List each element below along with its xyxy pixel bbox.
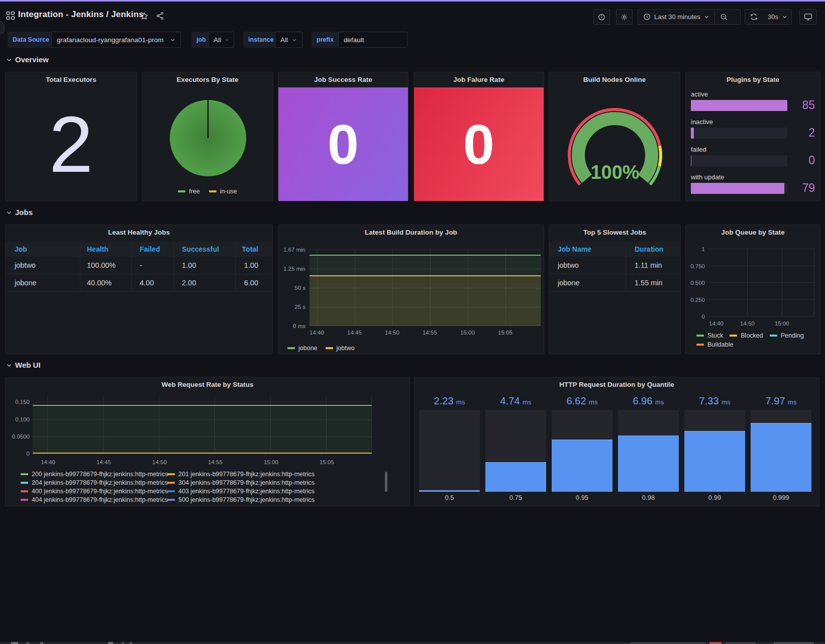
legend-item-in-use[interactable]: in-use bbox=[209, 188, 237, 195]
legend-item-201[interactable]: 201 jenkins-b99778679-fhjkz:jenkins:http… bbox=[167, 470, 314, 478]
legend-item-blocked[interactable]: Blocked bbox=[730, 332, 763, 339]
panel-http-duration-quantile[interactable]: HTTP Request Duration by Quantile 2.23 m… bbox=[414, 377, 819, 506]
panel-plugins-by-state[interactable]: Plugins by State active 85 inactive 2 fa… bbox=[685, 72, 820, 201]
panel-title[interactable]: HTTP Request Duration by Quantile bbox=[415, 377, 819, 392]
section-overview[interactable]: Overview bbox=[6, 55, 49, 64]
star-icon[interactable] bbox=[140, 12, 149, 21]
stuck-swatch bbox=[696, 335, 704, 337]
legend-item-jobone[interactable]: jobone bbox=[287, 345, 318, 352]
instance-filter-chip: instance bbox=[243, 32, 279, 48]
legend-item-500[interactable]: 500 jenkins-b99778679-fhjkz:jenkins:http… bbox=[167, 495, 314, 504]
build-duration-plot bbox=[310, 250, 541, 326]
table-row[interactable]: jobtwo 100.00% - 1.00 1.00 bbox=[6, 257, 272, 274]
panel-title[interactable]: Total Executors bbox=[6, 72, 137, 87]
dashboards-grid-icon[interactable] bbox=[6, 11, 15, 20]
legend-scrollbar[interactable] bbox=[385, 472, 387, 492]
share-icon[interactable] bbox=[156, 12, 164, 20]
col-job[interactable]: Job bbox=[15, 245, 27, 253]
legend-item-free[interactable]: free bbox=[178, 188, 200, 195]
prefix-input[interactable]: default bbox=[338, 32, 407, 48]
panel-title[interactable]: Job Success Rate bbox=[278, 72, 408, 87]
panel-title[interactable]: Web Request Rate by Status bbox=[6, 377, 409, 392]
panel-title[interactable]: Top 5 Slowest Jobs bbox=[549, 225, 680, 240]
col-health[interactable]: Health bbox=[87, 245, 109, 253]
plugin-with-update-value: 79 bbox=[789, 181, 815, 195]
legend-item-200[interactable]: 200 jenkins-b99778679-fhjkz:jenkins:http… bbox=[21, 470, 167, 478]
legend-item-pending[interactable]: Pending bbox=[770, 332, 804, 339]
col-failed[interactable]: Failed bbox=[140, 245, 160, 253]
legend-item-304[interactable]: 304 jenkins-b99778679-fhjkz:jenkins:http… bbox=[167, 478, 314, 487]
job-failure-rate-value: 0 bbox=[463, 112, 494, 177]
col-duration[interactable]: Duration bbox=[635, 245, 664, 253]
refresh-interval-picker[interactable]: 30s bbox=[763, 10, 792, 24]
legend-item-403[interactable]: 403 jenkins-b99778679-fhjkz:jenkins:http… bbox=[167, 487, 314, 495]
panel-total-executors[interactable]: Total Executors 2 bbox=[5, 72, 137, 201]
section-jobs[interactable]: Jobs bbox=[6, 208, 33, 217]
legend-item-400[interactable]: 400 jenkins-b99778679-fhjkz:jenkins:http… bbox=[21, 487, 167, 495]
status-500-swatch bbox=[167, 499, 175, 501]
prefix-filter-chip: prefix bbox=[312, 32, 339, 48]
panel-info-button[interactable] bbox=[593, 9, 610, 25]
dashboard-settings-button[interactable] bbox=[616, 9, 633, 25]
table-row[interactable]: jobtwo 1.11 min bbox=[549, 257, 680, 274]
panel-web-request-rate[interactable]: Web Request Rate by Status 0.150 0.100 0… bbox=[5, 377, 410, 506]
legend-item-404[interactable]: 404 jenkins-b99778679-fhjkz:jenkins:http… bbox=[21, 495, 167, 504]
legend-item-stuck[interactable]: Stuck bbox=[696, 332, 723, 339]
status-304-swatch bbox=[167, 482, 175, 484]
plugin-row-inactive: inactive 2 bbox=[691, 118, 815, 144]
quantile-bar bbox=[684, 431, 745, 492]
panel-least-healthy-jobs[interactable]: Least Healthy Jobs Job Health Failed Suc… bbox=[5, 225, 273, 354]
instance-filter-select[interactable]: All bbox=[275, 32, 302, 48]
col-job-name[interactable]: Job Name bbox=[558, 245, 591, 253]
build-nodes-value: 100% bbox=[590, 162, 639, 183]
quantile-bar bbox=[751, 423, 811, 492]
section-webui[interactable]: Web UI bbox=[6, 361, 41, 369]
panel-job-queue-by-state[interactable]: Job Queue by State 1 0.750 0.500 0.250 0… bbox=[685, 225, 820, 354]
tv-mode-button[interactable] bbox=[799, 9, 817, 25]
job-filter-value: All bbox=[214, 36, 221, 44]
panel-title[interactable]: Job Queue by State bbox=[686, 225, 820, 240]
jobtwo-swatch bbox=[326, 347, 333, 349]
job-filter-select[interactable]: All bbox=[208, 32, 234, 48]
panel-title[interactable]: Job Falure Rate bbox=[414, 72, 544, 87]
refresh-button[interactable] bbox=[745, 10, 763, 24]
panel-title[interactable]: Build Nodes Online bbox=[549, 72, 680, 87]
clock-icon bbox=[643, 13, 651, 21]
col-successful[interactable]: Successful bbox=[182, 245, 219, 253]
chevron-down-icon bbox=[170, 37, 175, 43]
panel-title[interactable]: Least Healthy Jobs bbox=[6, 225, 272, 240]
buildable-swatch bbox=[696, 344, 704, 346]
status-400-swatch bbox=[21, 490, 28, 492]
panel-top5-slowest-jobs[interactable]: Top 5 Slowest Jobs Job Name Duration job… bbox=[549, 225, 681, 354]
panel-job-success-rate[interactable]: Job Success Rate 0 bbox=[278, 72, 408, 201]
panel-build-nodes-online[interactable]: Build Nodes Online 100% bbox=[549, 72, 680, 201]
chevron-down-icon bbox=[292, 37, 297, 43]
table-row[interactable]: jobone 40.00% 4.00 2.00 6.00 bbox=[6, 274, 272, 292]
total-executors-value: 2 bbox=[49, 99, 93, 190]
legend-item-buildable[interactable]: Buildable bbox=[696, 341, 733, 348]
table-row[interactable]: jobone 1.55 min bbox=[549, 274, 680, 292]
panel-title[interactable]: Executors By State bbox=[142, 72, 273, 87]
job-chip-label: job bbox=[196, 36, 206, 43]
datasource-select[interactable]: grafanacloud-ryanggrafana01-prom bbox=[51, 32, 181, 48]
panel-latest-build-duration[interactable]: Latest Build Duration by Job 1.67 min 1.… bbox=[278, 225, 544, 354]
panel-executors-by-state[interactable]: Executors By State free in-use bbox=[142, 72, 273, 201]
zoom-out-button[interactable] bbox=[715, 10, 733, 24]
time-range-picker[interactable]: Last 30 minutes bbox=[638, 10, 714, 24]
status-201-series-line bbox=[33, 453, 372, 454]
panel-title[interactable]: Latest Build Duration by Job bbox=[278, 225, 544, 240]
col-total[interactable]: Total bbox=[242, 245, 258, 253]
plugin-inactive-value: 2 bbox=[789, 126, 815, 140]
page-title[interactable]: Integration - Jenkins / Jenkins bbox=[18, 10, 144, 20]
legend-item-204[interactable]: 204 jenkins-b99778679-fhjkz:jenkins:http… bbox=[21, 478, 167, 487]
section-webui-label: Web UI bbox=[15, 361, 41, 369]
legend-item-jobtwo[interactable]: jobtwo bbox=[326, 345, 355, 352]
plugin-failed-value: 0 bbox=[789, 154, 815, 167]
pending-swatch bbox=[770, 335, 777, 337]
blocked-swatch bbox=[730, 335, 737, 337]
plugin-row-active: active 85 bbox=[691, 90, 815, 117]
build-nodes-gauge: 100% bbox=[549, 88, 681, 189]
quantile-bar bbox=[618, 436, 679, 492]
panel-title[interactable]: Plugins by State bbox=[686, 72, 820, 87]
panel-job-failure-rate[interactable]: Job Falure Rate 0 bbox=[414, 72, 544, 201]
